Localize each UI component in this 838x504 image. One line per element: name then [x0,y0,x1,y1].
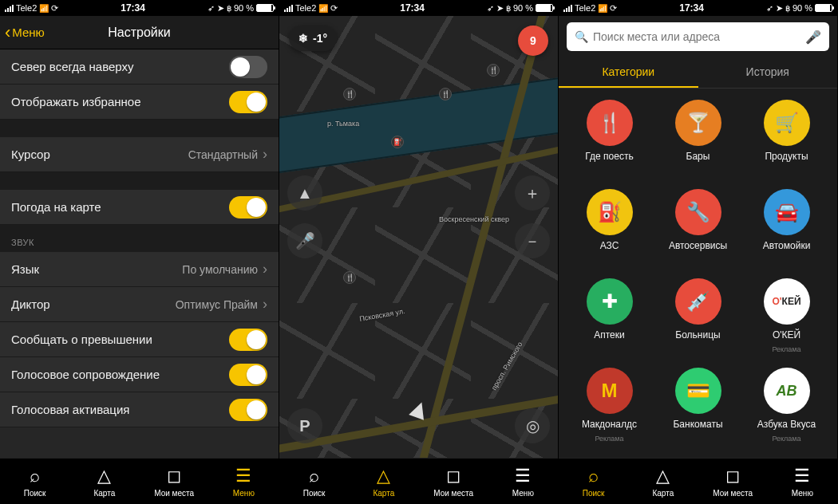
row-label: Язык [11,262,39,276]
toggle-speed-warning[interactable] [229,329,267,351]
cat-bars[interactable]: 🍸 Бары [654,100,742,162]
tab-menu[interactable]: ☰ Меню [209,459,279,504]
locate-button[interactable]: ◎ [515,408,550,443]
row-cursor[interactable]: Курсор Стандартный› [0,137,279,172]
tab-search[interactable]: ⌕ Поиск [0,459,69,504]
cocktail-icon: 🍸 [675,100,721,146]
cat-label: Продукты [765,151,808,162]
cat-eat[interactable]: 🍴 Где поесть [565,100,654,162]
chevron-left-icon: ‹ [5,24,10,41]
wifi-icon: 📶 [318,4,328,13]
cat-service[interactable]: 🔧 Автосервисы [654,189,742,251]
zoom-in-button[interactable]: ＋ [515,175,550,211]
compass-icon: ▲ [297,184,313,203]
carrier-label: Tele2 [16,3,37,13]
row-voice-guidance[interactable]: Голосовое сопровождение [0,357,279,392]
ad-label: Реклама [595,435,623,443]
battery-icon [256,4,274,12]
cat-okey[interactable]: О'КЕЙ О'КЕЙ Реклама [742,278,831,353]
compass-button[interactable]: ▲ [287,175,322,211]
fuel-icon: ⛽ [587,189,633,235]
tab-map[interactable]: △ Карта [349,459,418,504]
row-language[interactable]: Язык По умолчанию› [0,252,279,287]
row-weather-on-map[interactable]: Погода на карте [0,190,279,225]
tab-menu[interactable]: ☰ Меню [768,459,837,504]
row-voice-activation[interactable]: Голосовая активация [0,392,279,427]
screen-search: Tele2 📶 ⟳ 17:34 ➶ ➤ ฿ 90 % 🔍 🎤 Категории… [559,0,838,504]
cat-wash[interactable]: 🚘 Автомойки [742,189,831,251]
cat-grocery[interactable]: 🛒 Продукты [742,100,831,162]
row-announcer[interactable]: Диктор Оптимус Прайм› [0,287,279,322]
zoom-out-button[interactable]: － [515,223,550,258]
tab-label: Меню [512,489,534,498]
bookmark-icon: ◻ [446,466,461,486]
tab-my-places[interactable]: ◻ Мои места [698,459,768,504]
tab-bar: ⌕ Поиск △ Карта ◻ Мои места ☰ Меню [559,458,837,504]
tab-label: Поиск [583,489,605,498]
tab-menu[interactable]: ☰ Меню [488,459,558,504]
status-bar: Tele2 📶 ⟳ 17:34 ➶ ➤ ฿ 90 % [559,0,837,16]
crosshair-icon: ◎ [526,416,540,435]
toggle-north-up[interactable] [229,56,267,78]
map-label-pskov: Псковская ул. [359,307,406,323]
cat-hospital[interactable]: 💉 Больницы [654,278,742,341]
tab-label: Мои места [154,489,194,498]
snow-icon: ❄ [298,32,308,45]
search-box[interactable]: 🔍 🎤 [567,22,829,51]
tab-my-places[interactable]: ◻ Мои места [419,459,488,504]
toggle-voice-guidance[interactable] [229,364,267,386]
tab-search[interactable]: ⌕ Поиск [559,459,628,504]
nav-arrow-icon: △ [97,466,111,486]
okey-logo: О'КЕЙ [764,278,810,325]
toggle-show-favorites[interactable] [229,91,267,113]
poi-icon[interactable]: ⛽ [391,136,404,148]
row-show-favorites[interactable]: Отображать избранное [0,85,279,120]
poi-icon[interactable]: 🍴 [343,271,356,284]
alerts-button[interactable]: 9 [518,26,548,56]
cat-label: Автомойки [763,240,811,251]
row-label: Отображать избранное [11,95,141,108]
row-north-up[interactable]: Север всегда наверху [0,49,279,85]
car-wash-icon: 🚘 [764,189,810,235]
toggle-weather[interactable] [229,196,267,219]
row-speed-warning[interactable]: Сообщать о превышении [0,322,279,357]
wifi-icon: 📶 [598,4,607,13]
cat-fuel[interactable]: ⛽ АЗС [565,189,654,251]
cat-pharmacy[interactable]: ✚ Аптеки [565,278,654,341]
temperature: -1° [313,32,327,45]
categories-grid: 🍴 Где поесть 🍸 Бары 🛒 Продукты ⛽ АЗС 🔧 А… [559,89,837,458]
map-canvas[interactable]: ❄ -1° 9 ▲ 🎤 ＋ － P ◎ Воскресенский сквер … [279,16,558,458]
nav-arrow-icon: △ [656,466,670,486]
chevron-right-icon: › [263,146,267,163]
cat-mcdonalds[interactable]: M Макдоналдс Реклама [565,368,654,443]
tab-my-places[interactable]: ◻ Мои места [140,459,209,504]
cat-azbuka[interactable]: АВ Азбука Вкуса Реклама [742,368,831,443]
map-label-square: Воскресенский сквер [439,215,509,223]
parking-button[interactable]: P [287,408,322,443]
cat-label: Банкоматы [673,419,722,430]
tab-search[interactable]: ⌕ Поиск [279,459,349,504]
poi-icon[interactable]: 🍴 [343,88,356,100]
tab-map[interactable]: △ Карта [628,459,698,504]
weather-widget[interactable]: ❄ -1° [289,26,337,51]
cat-atm[interactable]: 💳 Банкоматы [654,368,742,430]
section-sound: ЗВУК [0,225,279,252]
poi-icon[interactable]: 🍴 [439,88,452,100]
map-label-prosp: просп. Римского [490,341,524,392]
tab-map[interactable]: △ Карта [69,459,139,504]
mic-icon[interactable]: 🎤 [805,30,821,45]
screen-settings: Tele2 📶 ⟳ 17:34 ➶ ➤ ฿ 90 % ‹ Меню Настро… [0,0,279,504]
tab-history[interactable]: История [698,57,838,88]
toggle-voice-activation[interactable] [229,399,267,421]
tab-categories[interactable]: Категории [559,57,698,88]
back-button[interactable]: ‹ Меню [5,24,45,41]
carrier-label: Tele2 [575,3,595,13]
fork-knife-icon: 🍴 [587,100,633,146]
bluetooth-icon: ฿ [506,4,511,13]
voice-button[interactable]: 🎤 [287,223,322,258]
poi-icon[interactable]: 🍴 [487,64,500,77]
cat-label: Аптеки [594,329,625,341]
search-input[interactable] [593,30,800,43]
bluetooth-icon: ฿ [227,4,231,13]
clock: 17:34 [121,2,145,14]
